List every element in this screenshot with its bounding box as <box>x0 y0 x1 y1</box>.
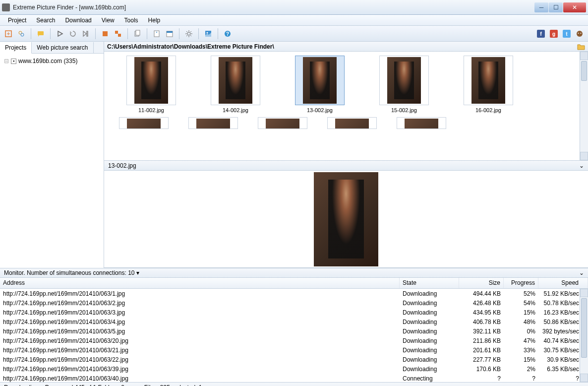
svg-rect-4 <box>103 31 108 36</box>
thumbnail-label: 13-002.jpg <box>288 107 352 113</box>
minimize-button[interactable]: ─ <box>534 2 548 12</box>
image-viewer-icon[interactable] <box>203 28 214 39</box>
menu-download[interactable]: Download <box>61 16 95 25</box>
tree-item-project[interactable]: ⊟ ▪ www.169bb.com (335) <box>4 58 100 64</box>
monitor-dropdown-icon[interactable]: ▾ <box>136 269 139 276</box>
thumbnail[interactable] <box>327 117 377 129</box>
thumbnail[interactable] <box>119 117 169 129</box>
open-folder-icon[interactable] <box>577 43 585 50</box>
table-row[interactable]: http://724.169pp.net/169mm/201410/063/5.… <box>0 326 588 336</box>
table-row[interactable]: http://724.169pp.net/169mm/201410/063/39… <box>0 364 588 374</box>
separator <box>218 28 218 39</box>
scroll-down-icon[interactable] <box>580 374 588 382</box>
help-icon[interactable]: ? <box>222 28 233 39</box>
scroll-thumb[interactable] <box>581 298 587 358</box>
scroll-up-icon[interactable] <box>580 289 588 297</box>
svg-point-10 <box>156 32 157 33</box>
app-icon <box>2 3 10 11</box>
sidebar: Projects Web picture search ⊟ ▪ www.169b… <box>0 42 104 268</box>
scroll-up-icon[interactable] <box>580 52 588 60</box>
thumbnail-label: 14-002.jpg <box>203 107 268 113</box>
maximize-button[interactable]: ☐ <box>549 2 563 12</box>
thumbnail-label: 11-002.jpg <box>119 107 183 113</box>
svg-rect-9 <box>154 31 159 37</box>
col-address[interactable]: Address <box>0 278 400 288</box>
stop-icon[interactable] <box>100 28 111 39</box>
preview-image <box>314 172 378 266</box>
svg-text:g: g <box>552 31 555 37</box>
menu-tools[interactable]: Tools <box>120 16 142 25</box>
svg-rect-12 <box>167 31 173 33</box>
svg-rect-8 <box>136 30 140 35</box>
preview-filename: 13-002.jpg <box>108 162 136 169</box>
properties-icon[interactable] <box>151 28 162 39</box>
wizard-icon[interactable] <box>16 28 27 39</box>
separator <box>31 28 31 39</box>
tree-connector: ⊟ <box>4 58 9 64</box>
comment-icon[interactable] <box>35 28 46 39</box>
table-row[interactable]: http://724.169pp.net/169mm/201410/063/22… <box>0 355 588 364</box>
thumbnail[interactable] <box>397 117 446 129</box>
menu-project[interactable]: Project <box>4 16 30 25</box>
table-row[interactable]: http://724.169pp.net/169mm/201410/063/4.… <box>0 317 588 326</box>
tree-checkbox-icon[interactable]: ▪ <box>11 59 16 64</box>
new-project-icon[interactable] <box>3 28 14 39</box>
thumbnail[interactable]: 14-002.jpg <box>203 56 268 113</box>
table-row[interactable]: http://724.169pp.net/169mm/201410/063/2.… <box>0 298 588 308</box>
menu-view[interactable]: View <box>98 16 118 25</box>
separator <box>50 28 51 39</box>
tab-projects[interactable]: Projects <box>0 42 32 54</box>
table-row[interactable]: http://724.169pp.net/169mm/201410/063/40… <box>0 374 588 382</box>
menu-search[interactable]: Search <box>32 16 59 25</box>
toolbar: ? f g t <box>0 26 588 42</box>
table-row[interactable]: http://724.169pp.net/169mm/201410/063/21… <box>0 345 588 355</box>
path-text: C:\Users\Administrator\Downloads\Extreme… <box>107 43 274 50</box>
preview-panel <box>104 171 588 268</box>
path-bar: C:\Users\Administrator\Downloads\Extreme… <box>104 42 588 52</box>
col-size[interactable]: Size <box>459 278 504 288</box>
close-button[interactable]: ✕ <box>563 2 586 12</box>
table-row[interactable]: http://724.169pp.net/169mm/201410/063/20… <box>0 336 588 345</box>
menu-help[interactable]: Help <box>144 16 165 25</box>
col-state[interactable]: State <box>400 278 459 288</box>
svg-point-2 <box>21 33 24 36</box>
svg-point-26 <box>581 33 582 34</box>
calendar-icon[interactable] <box>164 28 175 39</box>
mascot-icon[interactable] <box>574 28 585 39</box>
separator <box>95 28 96 39</box>
separator <box>147 28 147 39</box>
window-title: Extreme Picture Finder - [www.169bb.com] <box>13 4 534 11</box>
refresh-icon[interactable] <box>67 28 78 39</box>
facebook-icon[interactable]: f <box>535 28 546 39</box>
thumbnail-label: 15-002.jpg <box>372 107 436 113</box>
scrollbar[interactable] <box>580 52 588 160</box>
monitor-bar: Monitor. Number of simultaneous connecti… <box>0 268 588 278</box>
scroll-thumb[interactable] <box>581 61 587 81</box>
thumbnail[interactable] <box>188 117 238 129</box>
col-progress[interactable]: Progress <box>504 278 538 288</box>
play-icon[interactable] <box>55 28 65 39</box>
stop-all-icon[interactable] <box>113 28 123 39</box>
settings-icon[interactable] <box>183 28 194 39</box>
monitor-label: Monitor. Number of simultaneous connecti… <box>4 269 134 276</box>
scrollbar[interactable] <box>580 289 588 382</box>
chevron-down-icon[interactable]: ⌄ <box>579 162 584 169</box>
thumbnail-panel: 11-002.jpg14-002.jpg13-002.jpg15-002.jpg… <box>104 52 588 161</box>
thumbnail[interactable]: 16-002.jpg <box>456 56 521 113</box>
col-speed[interactable]: Speed <box>538 278 588 288</box>
thumbnail[interactable] <box>258 117 307 129</box>
separator <box>127 28 128 39</box>
google-icon[interactable]: g <box>548 28 559 39</box>
thumbnail[interactable]: 11-002.jpg <box>119 56 183 113</box>
skip-icon[interactable] <box>80 28 91 39</box>
table-row[interactable]: http://724.169pp.net/169mm/201410/063/3.… <box>0 308 588 317</box>
twitter-icon[interactable]: t <box>561 28 572 39</box>
thumbnail[interactable]: 13-002.jpg <box>288 56 352 113</box>
status-files: Files: 335, selected: 1 <box>144 384 202 386</box>
thumbnail[interactable]: 15-002.jpg <box>372 56 436 113</box>
scroll-down-icon[interactable] <box>580 152 588 160</box>
copy-icon[interactable] <box>132 28 143 39</box>
tab-web-picture-search[interactable]: Web picture search <box>32 42 93 54</box>
chevron-down-icon[interactable]: ⌄ <box>579 269 584 276</box>
table-row[interactable]: http://724.169pp.net/169mm/201410/063/1.… <box>0 289 588 298</box>
